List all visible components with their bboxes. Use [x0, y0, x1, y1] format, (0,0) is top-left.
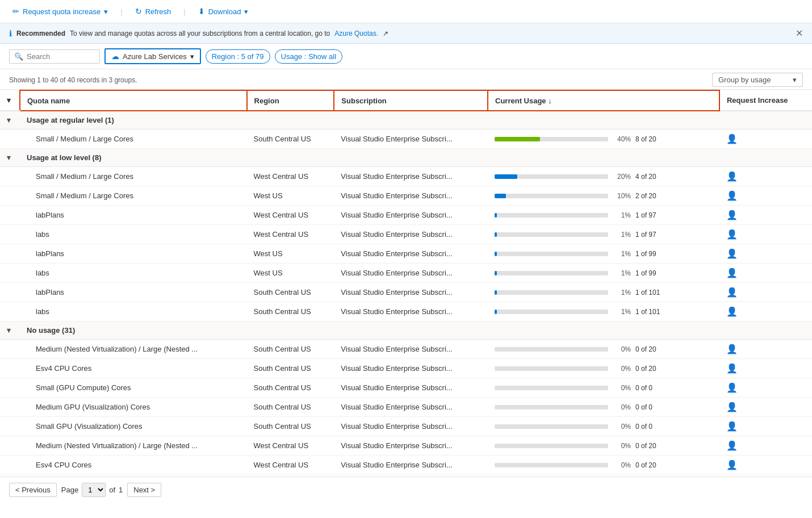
quota-name-cell: labPlans — [20, 244, 247, 264]
table-row: labPlans South Central US Visual Studio … — [0, 283, 812, 302]
person-icon[interactable]: 👤 — [726, 172, 738, 181]
chevron-down-icon: ▾ — [7, 96, 11, 105]
person-icon[interactable]: 👤 — [726, 364, 738, 373]
usage-cell: 0% 0 of 0 — [488, 378, 719, 398]
usage-label: Usage : Show all — [281, 52, 337, 61]
person-icon[interactable]: 👤 — [726, 268, 738, 278]
region-cell: South Central US — [247, 340, 334, 359]
download-btn[interactable]: ⬇ Download ▾ — [195, 5, 252, 18]
request-increase-cell[interactable]: 👤 — [719, 398, 812, 417]
subscription-cell: Visual Studio Enterprise Subscri... — [334, 302, 488, 321]
usage-bar-bg — [495, 271, 608, 275]
person-icon[interactable]: 👤 — [726, 307, 738, 316]
person-icon[interactable]: 👤 — [726, 249, 738, 258]
group-chevron-icon[interactable]: ▾ — [7, 116, 11, 124]
request-increase-cell[interactable]: 👤 — [719, 378, 812, 398]
request-increase-cell[interactable]: 👤 — [719, 186, 812, 206]
request-increase-cell[interactable]: 👤 — [719, 206, 812, 225]
info-close-btn[interactable]: ✕ — [796, 28, 803, 39]
request-increase-cell[interactable]: 👤 — [719, 244, 812, 264]
table-row: Small GPU (Visualization) Cores South Ce… — [0, 417, 812, 436]
filter-bar: 🔍 ☁ Azure Lab Services ▾ Region : 5 of 7… — [0, 44, 812, 69]
person-icon[interactable]: 👤 — [726, 402, 738, 412]
group-toggle-cell[interactable]: ▾ — [0, 149, 20, 167]
person-icon[interactable]: 👤 — [726, 210, 738, 220]
col-toggle-all[interactable]: ▾ — [0, 90, 20, 111]
chevron-down-icon: ▾ — [190, 52, 194, 61]
usage-bar-bg — [495, 137, 608, 141]
person-icon[interactable]: 👤 — [726, 191, 738, 200]
request-increase-cell[interactable]: 👤 — [719, 167, 812, 186]
group-toggle-cell[interactable]: ▾ — [0, 111, 20, 130]
refresh-btn[interactable]: ↻ Refresh — [132, 5, 175, 18]
region-cell: West Central US — [247, 206, 334, 225]
row-toggle-cell — [0, 436, 20, 456]
group-chevron-icon[interactable]: ▾ — [7, 326, 11, 335]
chevron-down-icon: ▾ — [244, 7, 248, 16]
prev-page-btn[interactable]: < Previous — [9, 483, 57, 497]
table-row: Esv4 CPU Cores West Central US Visual St… — [0, 456, 812, 475]
request-increase-cell[interactable]: 👤 — [719, 283, 812, 302]
usage-bar-fill — [495, 290, 497, 295]
subscription-cell: Visual Studio Enterprise Subscri... — [334, 456, 488, 475]
usage-count: 0 of 20 — [635, 365, 669, 373]
request-increase-cell[interactable]: 👤 — [719, 359, 812, 378]
region-filter-pill[interactable]: Region : 5 of 79 — [206, 49, 270, 64]
usage-pct: 0% — [613, 403, 631, 411]
usage-cell: 1% 1 of 99 — [488, 264, 719, 283]
request-increase-cell[interactable]: 👤 — [719, 225, 812, 244]
person-icon[interactable]: 👤 — [726, 421, 738, 431]
quota-name-cell: labs — [20, 302, 247, 321]
group-chevron-icon[interactable]: ▾ — [7, 153, 11, 162]
col-region[interactable]: Region — [247, 90, 334, 111]
subscription-cell: Visual Studio Enterprise Subscri... — [334, 130, 488, 149]
download-icon: ⬇ — [198, 7, 205, 16]
usage-filter-pill[interactable]: Usage : Show all — [275, 49, 343, 64]
col-quota-name[interactable]: Quota name — [20, 90, 247, 111]
person-icon[interactable]: 👤 — [726, 287, 738, 297]
usage-count: 1 of 99 — [635, 250, 669, 258]
search-input[interactable] — [27, 52, 95, 61]
subscription-cell: Visual Studio Enterprise Subscri... — [334, 244, 488, 264]
row-toggle-cell — [0, 186, 20, 206]
request-quota-btn[interactable]: ✏ Request quota increase ▾ — [9, 5, 111, 18]
request-increase-cell[interactable]: 👤 — [719, 456, 812, 475]
usage-pct: 10% — [613, 192, 631, 200]
next-page-btn[interactable]: Next > — [127, 483, 161, 497]
table-row: labPlans West US Visual Studio Enterpris… — [0, 244, 812, 264]
service-filter-dropdown[interactable]: ☁ Azure Lab Services ▾ — [104, 48, 201, 64]
person-icon[interactable]: 👤 — [726, 383, 738, 392]
usage-cell: 10% 2 of 20 — [488, 186, 719, 206]
person-icon[interactable]: 👤 — [726, 344, 738, 354]
table-row: Small / Medium / Large Cores South Centr… — [0, 130, 812, 149]
toolbar: ✏ Request quota increase ▾ | ↻ Refresh |… — [0, 0, 812, 23]
usage-count: 0 of 0 — [635, 423, 669, 431]
group-by-dropdown[interactable]: Group by usage ▾ — [712, 73, 803, 87]
request-increase-cell[interactable]: 👤 — [719, 302, 812, 321]
request-increase-cell[interactable]: 👤 — [719, 436, 812, 456]
usage-bar-bg — [495, 232, 608, 237]
subscription-cell: Visual Studio Enterprise Subscri... — [334, 398, 488, 417]
col-subscription[interactable]: Subscription — [334, 90, 488, 111]
usage-bar-bg — [495, 174, 608, 179]
request-increase-cell[interactable]: 👤 — [719, 130, 812, 149]
page-select[interactable]: 1 — [82, 483, 106, 497]
usage-count: 0 of 0 — [635, 384, 669, 392]
usage-count: 4 of 20 — [635, 173, 669, 181]
row-toggle-cell — [0, 456, 20, 475]
quota-name-cell: Esv4 CPU Cores — [20, 456, 247, 475]
quota-name-cell: labPlans — [20, 283, 247, 302]
person-icon[interactable]: 👤 — [726, 134, 738, 144]
azure-quotas-link[interactable]: Azure Quotas. — [334, 30, 378, 37]
group-row-regular: ▾ Usage at regular level (1) — [0, 111, 812, 130]
group-toggle-cell[interactable]: ▾ — [0, 321, 20, 340]
usage-pct: 0% — [613, 461, 631, 469]
row-toggle-cell — [0, 264, 20, 283]
person-icon[interactable]: 👤 — [726, 460, 738, 470]
person-icon[interactable]: 👤 — [726, 441, 738, 450]
col-current-usage[interactable]: Current Usage ↓ — [488, 90, 719, 111]
request-increase-cell[interactable]: 👤 — [719, 264, 812, 283]
person-icon[interactable]: 👤 — [726, 229, 738, 239]
request-increase-cell[interactable]: 👤 — [719, 417, 812, 436]
request-increase-cell[interactable]: 👤 — [719, 340, 812, 359]
